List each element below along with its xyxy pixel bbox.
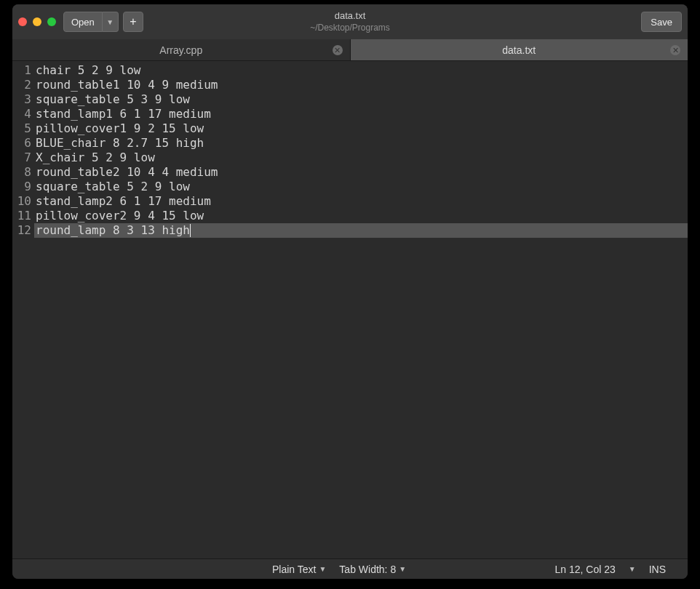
editor-area[interactable]: 123456789101112 chair 5 2 9 lowround_tab…: [12, 61, 688, 558]
window-subtitle: ~/Desktop/Programs: [310, 23, 390, 33]
new-tab-button[interactable]: +: [123, 12, 143, 32]
cursor-position[interactable]: Ln 12, Col 23: [554, 564, 615, 575]
code-line[interactable]: stand_lamp2 6 1 17 medium: [34, 194, 688, 209]
code-line[interactable]: stand_lamp1 6 1 17 medium: [34, 107, 688, 121]
tab-width-selector[interactable]: Tab Width: 8 ▼: [339, 564, 406, 575]
code-line[interactable]: square_table 5 2 9 low: [34, 180, 688, 194]
line-number: 4: [12, 107, 34, 121]
tabbar: Array.cpp ✕ data.txt ✕: [12, 39, 688, 61]
save-button[interactable]: Save: [641, 12, 682, 32]
code-line[interactable]: square_table 5 3 9 low: [34, 92, 688, 107]
extra-dropdown[interactable]: ▼: [629, 565, 636, 573]
line-number: 5: [12, 121, 34, 136]
syntax-label: Plain Text: [272, 564, 316, 575]
open-dropdown-button[interactable]: ▼: [103, 12, 119, 32]
chevron-down-icon: ▼: [629, 565, 636, 573]
code-line[interactable]: X_chair 5 2 9 low: [34, 151, 688, 165]
code-line[interactable]: chair 5 2 9 low: [34, 63, 688, 78]
text-cursor: [190, 224, 191, 237]
syntax-mode-selector[interactable]: Plain Text ▼: [272, 564, 326, 575]
position-label: Ln 12, Col 23: [554, 564, 615, 575]
close-icon[interactable]: ✕: [333, 45, 343, 55]
open-button-group: Open ▼: [63, 12, 119, 32]
line-number-gutter: 123456789101112: [12, 61, 34, 558]
line-number: 3: [12, 92, 34, 107]
line-number: 7: [12, 151, 34, 165]
editor-window: Open ▼ + data.txt ~/Desktop/Programs Sav…: [12, 4, 688, 579]
close-window-button[interactable]: [18, 17, 27, 26]
code-line[interactable]: round_lamp 8 3 13 high: [34, 223, 688, 238]
close-icon[interactable]: ✕: [670, 45, 680, 55]
tab-data-txt[interactable]: data.txt ✕: [351, 39, 688, 60]
traffic-lights: [18, 17, 56, 26]
window-title: data.txt: [310, 10, 390, 22]
open-button[interactable]: Open: [63, 12, 103, 32]
chevron-down-icon: ▼: [319, 565, 326, 573]
statusbar: Plain Text ▼ Tab Width: 8 ▼ Ln 12, Col 2…: [12, 558, 688, 579]
line-number: 9: [12, 180, 34, 194]
tab-width-label: Tab Width: 8: [339, 564, 396, 575]
tab-label: data.txt: [502, 44, 536, 56]
code-line[interactable]: round_table2 10 4 4 medium: [34, 165, 688, 180]
code-line[interactable]: round_table1 10 4 9 medium: [34, 78, 688, 92]
tab-label: Array.cpp: [159, 44, 202, 56]
code-line[interactable]: pillow_cover2 9 4 15 low: [34, 209, 688, 223]
line-number: 1: [12, 63, 34, 78]
line-number: 12: [12, 223, 34, 238]
code-content[interactable]: chair 5 2 9 lowround_table1 10 4 9 mediu…: [34, 61, 688, 558]
line-number: 10: [12, 194, 34, 209]
title-center: data.txt ~/Desktop/Programs: [310, 10, 390, 33]
line-number: 2: [12, 78, 34, 92]
minimize-window-button[interactable]: [33, 17, 41, 26]
line-number: 6: [12, 136, 34, 151]
chevron-down-icon: ▼: [399, 565, 406, 573]
line-number: 11: [12, 209, 34, 223]
code-line[interactable]: BLUE_chair 8 2.7 15 high: [34, 136, 688, 151]
code-line[interactable]: pillow_cover1 9 2 15 low: [34, 121, 688, 136]
insert-mode-indicator[interactable]: INS: [649, 564, 666, 575]
chevron-down-icon: ▼: [106, 18, 114, 26]
maximize-window-button[interactable]: [47, 17, 56, 26]
titlebar: Open ▼ + data.txt ~/Desktop/Programs Sav…: [12, 4, 688, 39]
line-number: 8: [12, 165, 34, 180]
mode-label: INS: [649, 564, 666, 575]
tab-array-cpp[interactable]: Array.cpp ✕: [12, 39, 351, 60]
